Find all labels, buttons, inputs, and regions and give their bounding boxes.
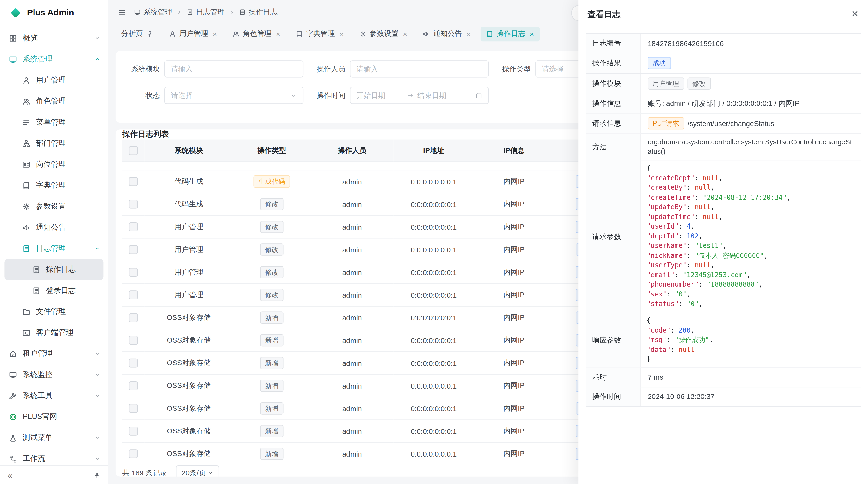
sidebar-item-dict-mgmt[interactable]: 字典管理 [0, 175, 108, 196]
operation-time-range-picker[interactable]: 开始日期 结束日期 [350, 87, 489, 104]
cell-operator: admin [311, 193, 394, 216]
row-checkbox[interactable] [129, 268, 138, 277]
sidebar-item-overview[interactable]: 概览 [0, 28, 108, 49]
operation-type-badge: 生成代码 [254, 175, 290, 188]
operation-log-icon [239, 9, 246, 16]
cell-ip-info: 内网IP [474, 397, 554, 420]
cell-operator: admin [311, 170, 394, 193]
tab-param-settings[interactable]: 参数设置× [354, 26, 413, 41]
sidebar-item-dept-mgmt[interactable]: 部门管理 [0, 133, 108, 154]
tab-user-mgmt[interactable]: 用户管理× [163, 26, 222, 41]
cell-ip-info: 内网IP [474, 420, 554, 442]
tab-notice[interactable]: 通知公告× [417, 26, 476, 41]
close-tab-icon[interactable]: × [466, 30, 470, 37]
col-ip-address: IP地址 [394, 139, 474, 162]
system-module-input[interactable] [164, 60, 303, 77]
close-tab-icon[interactable]: × [213, 30, 217, 37]
status-select[interactable]: 请选择 [164, 87, 303, 104]
sidebar-item-operation-log[interactable]: 操作日志 [4, 259, 103, 280]
sidebar-item-test-menu[interactable]: 测试菜单 [0, 427, 108, 448]
row-checkbox[interactable] [129, 177, 138, 186]
cell-ip-info: 内网IP [474, 329, 554, 352]
close-tab-icon[interactable]: × [276, 30, 280, 37]
operation-type-badge: 新增 [260, 402, 283, 415]
page-size-select[interactable]: 20条/页 [176, 465, 219, 477]
cell-ip: 0:0:0:0:0:0:0:1 [394, 420, 474, 442]
close-tab-icon[interactable]: × [530, 30, 534, 37]
cell-ip: 0:0:0:0:0:0:0:1 [394, 216, 474, 238]
filter-label: 操作时间 [317, 90, 345, 100]
row-checkbox[interactable] [129, 200, 138, 209]
sidebar-item-param-settings[interactable]: 参数设置 [0, 196, 108, 217]
sidebar-item-tenant-mgmt[interactable]: 租户管理 [0, 343, 108, 364]
tab-analysis[interactable]: 分析页 [116, 26, 159, 41]
book-icon [22, 181, 30, 189]
sidebar-item-system-tools[interactable]: 系统工具 [0, 385, 108, 406]
sidebar-item-system-monitor[interactable]: 系统监控 [0, 364, 108, 385]
close-tab-icon[interactable]: × [340, 30, 344, 37]
chevron-down-icon [94, 372, 101, 378]
row-checkbox[interactable] [129, 450, 138, 458]
row-checkbox[interactable] [129, 246, 138, 254]
cell-ip-info: 内网IP [474, 306, 554, 329]
select-all-checkbox[interactable] [129, 146, 138, 155]
request-params-code[interactable]: { "createDept": null, "createBy": null, … [641, 161, 861, 313]
collapse-sidebar-button[interactable]: « [8, 471, 12, 479]
row-checkbox[interactable] [129, 382, 138, 390]
total-records-text: 共 189 条记录 [122, 468, 167, 476]
sidebar-item-file-mgmt[interactable]: 文件管理 [0, 301, 108, 322]
roles-icon [232, 30, 240, 37]
row-checkbox[interactable] [129, 291, 138, 300]
close-drawer-button[interactable] [851, 9, 859, 19]
pin-icon[interactable] [146, 30, 153, 37]
tab-operation-log[interactable]: 操作日志× [480, 26, 539, 41]
row-checkbox[interactable] [129, 427, 138, 436]
detail-row-op-time: 操作时间 2024-10-06 12:20:37 [586, 387, 861, 407]
row-checkbox[interactable] [129, 336, 138, 345]
pin-sidebar-icon[interactable] [94, 472, 100, 479]
cell-ip-info: 内网IP [474, 284, 554, 306]
log-icon [187, 9, 193, 16]
sidebar-item-post-mgmt[interactable]: 岗位管理 [0, 154, 108, 175]
cell-module: 用户管理 [145, 238, 233, 261]
breadcrumb-item-current: 操作日志 [239, 7, 277, 17]
close-tab-icon[interactable]: × [403, 30, 407, 37]
row-checkbox[interactable] [129, 359, 138, 367]
cell-ip: 0:0:0:0:0:0:0:1 [394, 306, 474, 329]
sidebar-item-user-mgmt[interactable]: 用户管理 [0, 70, 108, 91]
row-checkbox[interactable] [129, 223, 138, 232]
row-checkbox[interactable] [129, 313, 138, 322]
tab-dict-mgmt[interactable]: 字典管理× [290, 26, 349, 41]
cell-ip: 0:0:0:0:0:0:0:1 [394, 352, 474, 374]
method-value: org.dromara.system.controller.system.Sys… [648, 138, 854, 157]
detail-row-method: 方法 org.dromara.system.controller.system.… [586, 134, 861, 161]
sidebar-item-system-mgmt[interactable]: 系统管理 [0, 49, 108, 70]
sidebar-item-menu-mgmt[interactable]: 菜单管理 [0, 112, 108, 133]
cell-module: OSS对象存储 [145, 397, 233, 420]
hamburger-menu-icon[interactable] [118, 8, 126, 16]
sidebar-item-log-mgmt[interactable]: 日志管理 [0, 238, 108, 259]
chevron-up-icon [94, 56, 101, 63]
breadcrumb-item[interactable]: 系统管理 [134, 7, 172, 17]
gear-icon [22, 202, 30, 211]
sidebar-item-plus-website[interactable]: PLUS官网 [0, 406, 108, 427]
book-icon [296, 30, 303, 37]
filter-label: 操作类型 [502, 64, 531, 74]
sidebar-item-role-mgmt[interactable]: 角色管理 [0, 91, 108, 112]
app-logo: Plus Admin [0, 0, 108, 26]
breadcrumb-item[interactable]: 日志管理 [187, 7, 225, 17]
tab-role-mgmt[interactable]: 角色管理× [227, 26, 286, 41]
operation-type-badge: 修改 [260, 198, 283, 211]
row-checkbox[interactable] [129, 404, 138, 413]
cell-operator: admin [311, 284, 394, 306]
sidebar-item-client-mgmt[interactable]: 客户端管理 [0, 322, 108, 343]
sidebar-item-login-log[interactable]: 登录日志 [0, 280, 108, 301]
sidebar-item-notice[interactable]: 通知公告 [0, 217, 108, 238]
cell-ip-info: 内网IP [474, 193, 554, 216]
globe-icon [9, 413, 17, 421]
sidebar-item-workflow[interactable]: 工作流 [0, 448, 108, 465]
operation-time-value: 2024-10-06 12:20:37 [641, 387, 861, 406]
operator-input[interactable] [350, 60, 489, 77]
drawer-header: 查看日志 [579, 0, 868, 29]
cell-operator: admin [311, 306, 394, 329]
